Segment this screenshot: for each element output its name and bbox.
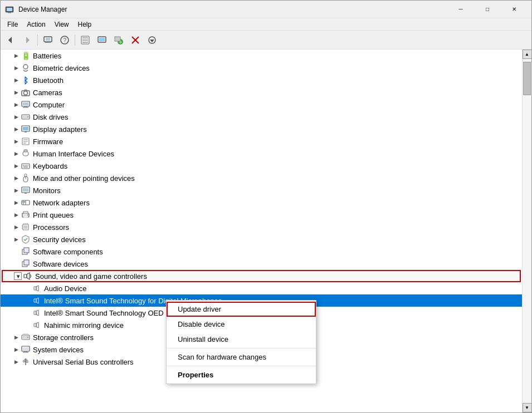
toolbar-computer[interactable] bbox=[40, 33, 56, 47]
expand-arrow-processors[interactable]: ▶ bbox=[12, 223, 21, 232]
ctx-scan-changes[interactable]: Scan for hardware changes bbox=[167, 350, 316, 365]
svg-rect-7 bbox=[46, 42, 50, 42]
tree-item-network[interactable]: ▶ Network adapters bbox=[1, 196, 522, 209]
expand-arrow-biometric[interactable]: ▶ bbox=[12, 63, 21, 72]
menu-view[interactable]: View bbox=[50, 19, 74, 30]
tree-item-software-dev[interactable]: ▶ Software devices bbox=[1, 258, 522, 270]
svg-rect-35 bbox=[23, 127, 28, 130]
tree-item-software-comp[interactable]: ▶ Software components bbox=[1, 245, 522, 258]
svg-rect-43 bbox=[22, 164, 30, 169]
svg-rect-83 bbox=[23, 334, 28, 336]
tree-item-batteries[interactable]: ▶ 🔋 Batteries bbox=[1, 50, 522, 62]
tree-item-mice[interactable]: ▶ Mice and other pointing devices bbox=[1, 172, 522, 184]
tree-item-print[interactable]: ▶ Print queues bbox=[1, 209, 522, 221]
expand-arrow-computer[interactable]: ▶ bbox=[12, 100, 21, 109]
scroll-up-button[interactable]: ▲ bbox=[523, 50, 532, 59]
tree-item-audio-device[interactable]: ▶ Audio Device bbox=[1, 282, 522, 294]
network-icon bbox=[21, 198, 31, 208]
keyboards-icon bbox=[21, 161, 31, 171]
hid-icon bbox=[21, 149, 31, 159]
expand-arrow-cameras[interactable]: ▶ bbox=[12, 88, 21, 97]
expand-arrow-bluetooth[interactable]: ▶ bbox=[12, 76, 21, 85]
svg-point-25 bbox=[24, 91, 28, 95]
svg-rect-54 bbox=[25, 193, 27, 194]
tree-item-biometric[interactable]: ▶ Biometric devices bbox=[1, 62, 522, 74]
svg-rect-58 bbox=[22, 201, 23, 203]
ctx-uninstall-device[interactable]: Uninstall device bbox=[167, 332, 316, 347]
svg-rect-19 bbox=[115, 37, 120, 41]
expand-arrow-network[interactable]: ▶ bbox=[12, 198, 21, 207]
expand-arrow-keyboards[interactable]: ▶ bbox=[12, 161, 21, 170]
toolbar-add[interactable]: + bbox=[111, 33, 126, 47]
expand-arrow-display[interactable]: ▶ bbox=[12, 125, 21, 134]
ctx-disable-device[interactable]: Disable device bbox=[167, 317, 316, 332]
expand-box-sound[interactable]: ▾ bbox=[14, 272, 22, 280]
expand-arrow-batteries[interactable]: ▶ bbox=[12, 51, 21, 60]
tree-item-cameras[interactable]: ▶ Cameras bbox=[1, 86, 522, 99]
scroll-track[interactable] bbox=[523, 59, 531, 403]
computer-label: Computer bbox=[33, 101, 65, 109]
sound-icon bbox=[23, 271, 33, 281]
tree-item-disk[interactable]: ▶ Disk drives bbox=[1, 111, 522, 123]
tree-item-security[interactable]: ▶ Security devices bbox=[1, 233, 522, 245]
svg-rect-59 bbox=[24, 201, 25, 203]
menu-action[interactable]: Action bbox=[22, 19, 50, 30]
svg-rect-16 bbox=[99, 38, 105, 41]
tree-item-monitors[interactable]: ▶ Monitors bbox=[1, 184, 522, 196]
expand-arrow-mice[interactable]: ▶ bbox=[12, 174, 21, 183]
expand-arrow-firmware[interactable]: ▶ bbox=[12, 137, 21, 146]
expand-arrow-hid[interactable]: ▶ bbox=[12, 149, 21, 158]
toolbar-forward[interactable] bbox=[19, 33, 35, 47]
expand-arrow-print[interactable]: ▶ bbox=[12, 210, 21, 219]
security-icon bbox=[21, 234, 31, 244]
tree-item-sound[interactable]: ▾ Sound, video and game controllers bbox=[2, 270, 521, 282]
toolbar-remove[interactable] bbox=[128, 33, 143, 47]
expand-arrow-system[interactable]: ▶ bbox=[12, 345, 21, 354]
tree-item-processors[interactable]: ▶ Processors bbox=[1, 221, 522, 233]
tree-item-keyboards[interactable]: ▶ Keyboards bbox=[1, 160, 522, 172]
svg-point-24 bbox=[23, 65, 28, 69]
tree-item-display[interactable]: ▶ Display adapters bbox=[1, 123, 522, 135]
maximize-button[interactable]: □ bbox=[475, 1, 500, 18]
scroll-thumb[interactable] bbox=[523, 62, 531, 95]
minimize-button[interactable]: ─ bbox=[448, 1, 474, 18]
system-label: System devices bbox=[33, 346, 84, 354]
svg-rect-6 bbox=[46, 38, 50, 41]
expand-arrow-storage[interactable]: ▶ bbox=[12, 333, 21, 342]
toolbar-update[interactable] bbox=[144, 33, 160, 47]
tree-pane[interactable]: ▶ 🔋 Batteries ▶ Biometric devices ▶ ᛒ Bl… bbox=[1, 50, 522, 412]
tree-item-firmware[interactable]: ▶ Firmware bbox=[1, 135, 522, 148]
print-label: Print queues bbox=[33, 211, 74, 219]
remove-icon bbox=[131, 36, 140, 45]
svg-rect-46 bbox=[26, 165, 27, 166]
tree-item-computer[interactable]: ▶ Computer bbox=[1, 99, 522, 111]
menu-help[interactable]: Help bbox=[74, 19, 96, 30]
tree-item-bluetooth[interactable]: ▶ ᛒ Bluetooth bbox=[1, 74, 522, 86]
expand-arrow-disk[interactable]: ▶ bbox=[12, 112, 21, 121]
disk-icon bbox=[21, 112, 31, 122]
svg-rect-53 bbox=[23, 188, 28, 191]
toolbar-list[interactable] bbox=[77, 33, 93, 47]
system-icon bbox=[21, 345, 31, 355]
toolbar-help[interactable]: ? bbox=[57, 33, 72, 47]
mice-label: Mice and other pointing devices bbox=[33, 174, 135, 183]
svg-rect-2 bbox=[8, 12, 11, 13]
svg-rect-86 bbox=[24, 351, 27, 352]
toolbar-monitor[interactable] bbox=[94, 33, 110, 47]
toolbar-back[interactable] bbox=[3, 33, 18, 47]
ctx-properties[interactable]: Properties bbox=[167, 367, 316, 382]
scroll-down-button[interactable]: ▼ bbox=[523, 403, 532, 412]
usb-icon bbox=[21, 357, 31, 367]
svg-rect-42 bbox=[24, 150, 27, 152]
expand-arrow-monitors[interactable]: ▶ bbox=[12, 186, 21, 195]
expand-arrow-security[interactable]: ▶ bbox=[12, 235, 21, 244]
close-button[interactable]: ✕ bbox=[501, 1, 527, 18]
tree-item-hid[interactable]: ▶ Human Interface Devices bbox=[1, 148, 522, 160]
ctx-update-driver[interactable]: Update driver bbox=[167, 302, 316, 317]
window-title: Device Manager bbox=[18, 6, 67, 13]
expand-arrow-usb[interactable]: ▶ bbox=[12, 357, 21, 366]
svg-point-33 bbox=[27, 116, 28, 117]
svg-rect-30 bbox=[23, 107, 28, 108]
menu-file[interactable]: File bbox=[3, 19, 22, 30]
add-icon: + bbox=[114, 36, 123, 45]
